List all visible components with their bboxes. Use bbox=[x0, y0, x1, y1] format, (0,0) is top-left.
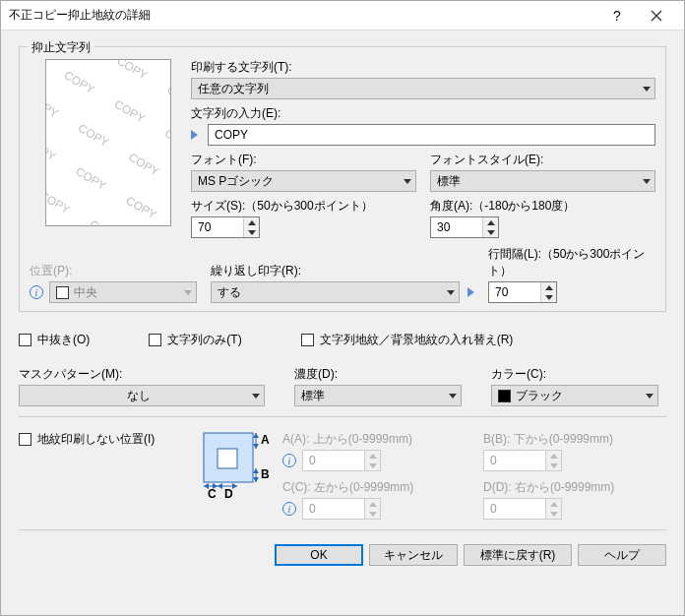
font-style-value: 標準 bbox=[437, 173, 461, 190]
swap-label: 文字列地紋／背景地紋の入れ替え(R) bbox=[320, 332, 514, 348]
text-group: 抑止文字列 COPYCOPYCOPY COPYCOPYCOPY COPYCOPY… bbox=[19, 46, 666, 312]
exclude-diagram: A B C D bbox=[200, 431, 269, 490]
line-spacing-value: 70 bbox=[489, 285, 540, 299]
close-button[interactable] bbox=[637, 2, 676, 30]
info-icon[interactable]: i bbox=[30, 285, 43, 299]
chevron-down-icon bbox=[369, 512, 377, 517]
svg-text:B: B bbox=[261, 467, 270, 481]
chevron-up-icon bbox=[487, 220, 495, 225]
chevron-down-icon bbox=[248, 230, 256, 235]
text-only-label: 文字列のみ(T) bbox=[167, 332, 241, 348]
chevron-down-icon bbox=[550, 463, 558, 468]
text-only-checkbox[interactable]: 文字列のみ(T) bbox=[149, 332, 241, 348]
font-style-dropdown[interactable]: 標準 bbox=[430, 170, 655, 192]
dialog-window: 不正コピー抑止地紋の詳細 ? 抑止文字列 COPYCOPYCOPY COPYCO… bbox=[0, 0, 685, 616]
density-label: 濃度(D): bbox=[294, 366, 462, 383]
cancel-button[interactable]: キャンセル bbox=[369, 544, 458, 566]
color-swatch bbox=[498, 390, 511, 402]
chevron-down-icon bbox=[404, 179, 411, 184]
window-title: 不正コピー抑止地紋の詳細 bbox=[9, 7, 597, 24]
svg-marker-20 bbox=[253, 444, 259, 449]
play-icon bbox=[467, 287, 474, 297]
dim-c-spinner: 0 bbox=[302, 498, 381, 520]
dim-b-value: 0 bbox=[484, 454, 545, 467]
string-input-value: COPY bbox=[215, 128, 248, 142]
dim-a-label: A(A): 上から(0-9999mm) bbox=[282, 431, 466, 448]
chevron-up-icon bbox=[550, 454, 558, 459]
dim-d-value: 0 bbox=[484, 502, 545, 516]
svg-rect-17 bbox=[218, 449, 237, 468]
dim-d-spinner: 0 bbox=[483, 498, 562, 520]
mask-label: マスクパターン(M): bbox=[19, 366, 265, 383]
chevron-down-icon bbox=[545, 295, 553, 300]
svg-marker-24 bbox=[253, 477, 259, 482]
position-dropdown[interactable]: 中央 bbox=[49, 281, 197, 303]
dim-b-label: B(B): 下から(0-9999mm) bbox=[483, 431, 666, 448]
exclude-area-label: 地紋印刷しない位置(I) bbox=[37, 431, 155, 448]
info-icon[interactable]: i bbox=[282, 502, 296, 516]
mask-value: なし bbox=[26, 388, 252, 404]
chevron-down-icon bbox=[449, 394, 457, 399]
chevron-up-icon bbox=[369, 502, 377, 507]
position-value: 中央 bbox=[74, 284, 97, 301]
angle-spinner[interactable]: 30 bbox=[430, 216, 499, 238]
dim-a-spinner: 0 bbox=[302, 450, 381, 471]
help-button[interactable]: ? bbox=[597, 2, 637, 30]
svg-marker-23 bbox=[253, 468, 259, 473]
color-value: ブラック bbox=[516, 388, 563, 404]
chevron-down-icon bbox=[487, 230, 495, 235]
exclude-area-checkbox[interactable]: 地紋印刷しない位置(I) bbox=[19, 431, 186, 448]
position-label: 位置(P): bbox=[30, 263, 197, 279]
chevron-up-icon bbox=[550, 502, 558, 507]
color-label: カラー(C): bbox=[491, 366, 658, 383]
info-icon[interactable]: i bbox=[282, 454, 296, 467]
font-style-label: フォントスタイル(E): bbox=[430, 152, 655, 168]
svg-marker-19 bbox=[253, 433, 259, 438]
line-spacing-spinner[interactable]: 70 bbox=[488, 281, 557, 303]
color-dropdown[interactable]: ブラック bbox=[491, 385, 658, 406]
chevron-down-icon bbox=[643, 179, 651, 184]
dim-a-value: 0 bbox=[303, 454, 364, 467]
dim-d-label: D(D): 右から(0-9999mm) bbox=[483, 479, 666, 496]
dim-b-spinner: 0 bbox=[483, 450, 562, 471]
content-area: 抑止文字列 COPYCOPYCOPY COPYCOPYCOPY COPYCOPY… bbox=[1, 31, 684, 615]
ok-button[interactable]: OK bbox=[275, 544, 363, 566]
svg-text:C: C bbox=[208, 487, 217, 501]
font-value: MS Pゴシック bbox=[198, 173, 274, 190]
density-dropdown[interactable]: 標準 bbox=[294, 385, 462, 406]
swap-checkbox[interactable]: 文字列地紋／背景地紋の入れ替え(R) bbox=[301, 332, 514, 348]
preview-pane: COPYCOPYCOPY COPYCOPYCOPY COPYCOPYCOPY C… bbox=[45, 59, 171, 226]
dim-c-value: 0 bbox=[303, 502, 364, 516]
angle-label: 角度(A):（-180から180度） bbox=[430, 198, 655, 215]
repeat-dropdown[interactable]: する bbox=[211, 281, 460, 303]
string-input-label: 文字列の入力(E): bbox=[191, 105, 655, 122]
outline-checkbox[interactable]: 中抜き(O) bbox=[19, 332, 90, 348]
repeat-label: 繰り返し印字(R): bbox=[211, 263, 474, 279]
close-icon bbox=[651, 10, 662, 22]
chevron-down-icon bbox=[252, 394, 260, 399]
size-value: 70 bbox=[192, 220, 243, 234]
size-spinner[interactable]: 70 bbox=[191, 216, 260, 238]
chevron-down-icon bbox=[646, 394, 654, 399]
string-input-field[interactable]: COPY bbox=[208, 124, 655, 146]
svg-marker-32 bbox=[232, 483, 237, 489]
group-legend: 抑止文字列 bbox=[28, 39, 94, 56]
svg-marker-31 bbox=[218, 483, 222, 489]
mask-dropdown[interactable]: なし bbox=[19, 385, 265, 406]
preview-image: COPYCOPYCOPY COPYCOPYCOPY COPYCOPYCOPY C… bbox=[46, 60, 170, 225]
chevron-up-icon bbox=[369, 454, 377, 459]
outline-label: 中抜き(O) bbox=[37, 332, 90, 348]
svg-text:A: A bbox=[261, 433, 270, 447]
font-dropdown[interactable]: MS Pゴシック bbox=[191, 170, 416, 192]
chevron-up-icon bbox=[545, 285, 553, 290]
print-string-dropdown[interactable]: 任意の文字列 bbox=[191, 78, 655, 99]
svg-text:D: D bbox=[224, 487, 233, 501]
title-bar: 不正コピー抑止地紋の詳細 ? bbox=[1, 1, 684, 31]
help-button[interactable]: ヘルプ bbox=[578, 544, 666, 566]
chevron-down-icon bbox=[447, 290, 455, 295]
reset-button[interactable]: 標準に戻す(R) bbox=[464, 544, 572, 566]
play-icon bbox=[191, 130, 198, 140]
line-spacing-label: 行間隔(L):（50から300ポイント） bbox=[488, 246, 655, 279]
print-string-value: 任意の文字列 bbox=[198, 81, 269, 97]
angle-value: 30 bbox=[431, 220, 482, 234]
